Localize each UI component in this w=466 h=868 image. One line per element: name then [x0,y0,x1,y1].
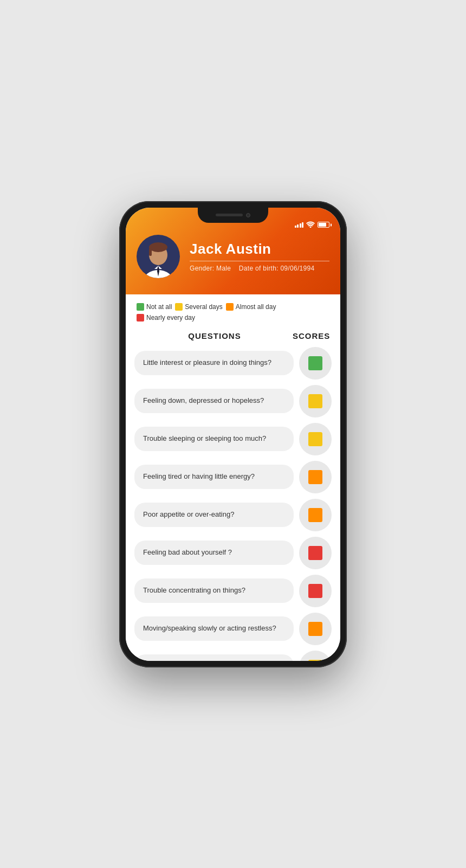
status-icons [295,221,330,229]
legend-not-at-all: Not at all [137,303,172,311]
score-circle [299,537,332,569]
svg-point-5 [149,242,167,252]
legend-dot-orange [226,303,234,311]
score-circle [299,651,332,661]
score-color-indicator [308,394,322,408]
score-circle [299,575,332,607]
battery-icon [318,222,329,228]
svg-rect-6 [149,248,152,256]
legend-several-days: Several days [175,303,222,311]
user-name: Jack Austin [190,241,329,258]
score-color-indicator [308,508,322,522]
questions-list: Little interest or pleasure in doing thi… [134,347,332,661]
question-text: Feeling bad about yourself ? [134,541,294,565]
legend-almost-all-day: Almost all day [226,303,276,311]
wifi-icon [306,221,315,229]
question-row: Moving/speaking slowly or acting restles… [134,613,332,645]
legend-dot-red [137,314,144,322]
question-row: Poor appetite or over-eating? [134,499,332,531]
question-row: Trouble sleeping or sleeping too much? [134,423,332,455]
legend-dot-green [137,303,144,311]
score-color-indicator [308,470,322,484]
user-details: Gender: Male Date of birth: 09/06/1994 [190,265,329,272]
score-color-indicator [308,356,322,370]
avatar [137,235,180,278]
score-color-indicator [308,584,322,598]
question-text: Trouble sleeping or sleeping too much? [134,427,294,451]
question-row: Little interest or pleasure in doing thi… [134,347,332,380]
camera [246,213,250,217]
main-content[interactable]: Not at all Several days Almost all day N… [126,294,340,661]
score-circle [299,499,332,531]
question-text: Poor appetite or over-eating? [134,503,294,527]
questions-header: QUESTIONS [137,331,293,340]
question-row: Feeling tired or having little energy? [134,461,332,493]
question-row: Feeling down, depressed or hopeless? [134,385,332,417]
question-text: Trouble concentrating on things? [134,578,294,603]
notch [198,208,268,223]
score-color-indicator [308,546,322,560]
question-text: Feeling down, depressed or hopeless? [134,389,294,413]
question-text: Feeling tired or having little energy? [134,465,294,489]
user-divider [190,261,329,261]
score-circle [299,613,332,645]
column-headers: QUESTIONS SCORES [134,331,332,340]
svg-marker-2 [154,266,158,269]
score-circle [299,461,332,493]
question-row: Feeling bad about yourself ? [134,537,332,569]
score-color-indicator [308,660,322,661]
phone-frame: Jack Austin Gender: Male Date of birth: … [119,201,347,667]
signal-icon [295,222,304,228]
user-info: Jack Austin Gender: Male Date of birth: … [190,241,329,272]
question-text: Little interest or pleasure in doing thi… [134,351,294,375]
score-circle [299,423,332,455]
score-color-indicator [308,622,322,636]
question-text: Feeling you'd be better off dead? [134,654,294,660]
score-color-indicator [308,432,322,446]
battery-fill [319,223,326,227]
phone-screen: Jack Austin Gender: Male Date of birth: … [126,208,340,661]
question-text: Moving/speaking slowly or acting restles… [134,616,294,641]
score-circle [299,385,332,417]
scores-header: SCORES [293,331,329,340]
svg-marker-3 [158,266,162,269]
score-circle [299,347,332,380]
question-row: Trouble concentrating on things? [134,575,332,607]
question-row: Feeling you'd be better off dead? [134,651,332,661]
speaker [216,214,243,216]
legend: Not at all Several days Almost all day N… [134,303,332,322]
legend-nearly-every-day: Nearly every day [137,314,195,322]
legend-dot-yellow [175,303,183,311]
